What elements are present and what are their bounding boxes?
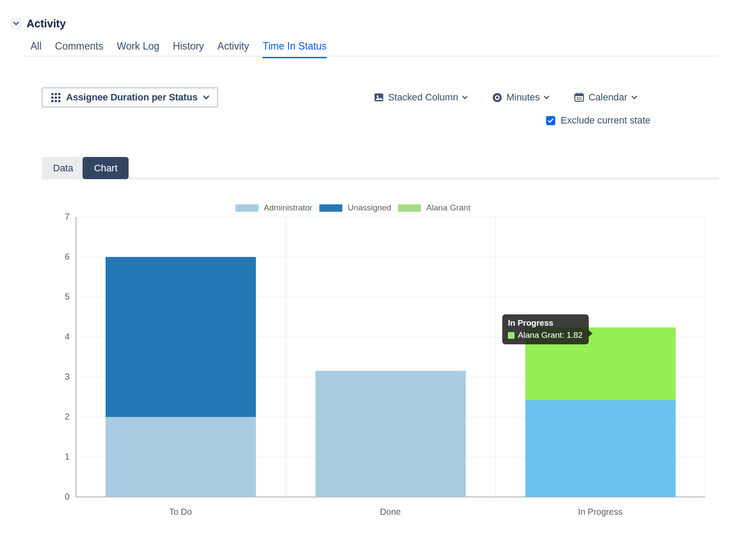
y-tick-label: 4 — [48, 332, 70, 342]
category-gridline — [495, 217, 496, 497]
y-tick-label: 1 — [48, 452, 70, 462]
y-tick-label: 2 — [48, 412, 70, 422]
y-tick-label: 6 — [48, 252, 70, 262]
y-axis-line — [76, 217, 76, 497]
bar-segment-administrator[interactable] — [525, 400, 676, 497]
stacked-column-chart: 01234567To DoDoneIn Progress — [0, 0, 756, 560]
chart-tooltip: In Progress Alana Grant: 1.82 — [502, 314, 589, 344]
x-category-label: Done — [338, 507, 443, 517]
tooltip-row: Alana Grant: 1.82 — [508, 330, 583, 340]
y-tick-label: 0 — [48, 492, 70, 502]
y-tick-label: 5 — [48, 292, 70, 302]
bar-segment-unassigned[interactable] — [106, 257, 256, 417]
x-category-label: To Do — [129, 507, 233, 517]
bar-segment-administrator[interactable] — [315, 371, 466, 497]
tooltip-series-swatch — [508, 332, 514, 339]
y-tick-label: 7 — [48, 212, 70, 222]
tooltip-value-label: Alana Grant: 1.82 — [518, 330, 583, 340]
category-gridline — [705, 217, 706, 497]
gridline — [76, 217, 705, 217]
y-tick-label: 3 — [48, 372, 70, 382]
tab-chart[interactable]: Chart — [83, 157, 129, 179]
bar-segment-administrator[interactable] — [106, 417, 256, 497]
category-gridline — [285, 217, 286, 497]
tooltip-title: In Progress — [508, 318, 583, 328]
x-category-label: In Progress — [548, 507, 653, 517]
